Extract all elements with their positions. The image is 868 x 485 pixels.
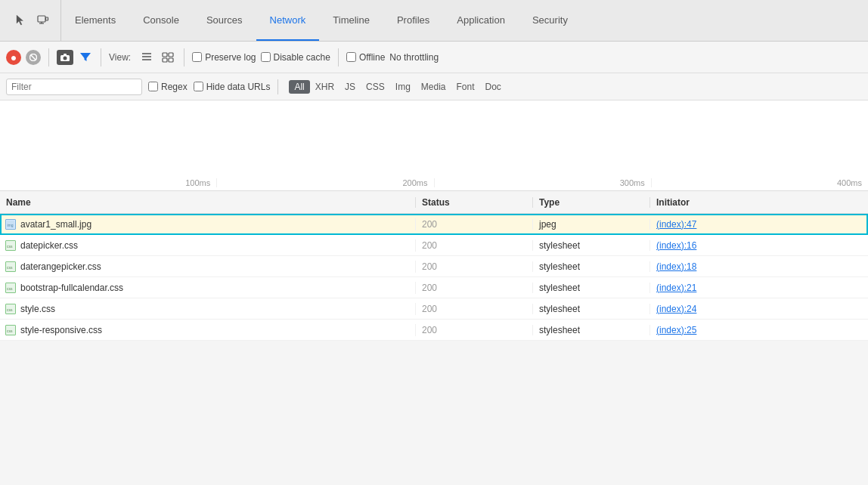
filter-button[interactable]: [78, 50, 93, 65]
row-type-2: stylesheet: [533, 261, 650, 272]
svg-rect-1: [46, 17, 48, 20]
row-name-0: img avatar1_small.jpg: [0, 218, 416, 230]
regex-checkbox[interactable]: Regex: [148, 82, 188, 92]
network-table: Name Status Type Initiator img avatar1_s…: [0, 191, 868, 341]
file-icon-css-3: css: [5, 282, 17, 294]
row-type-0: jpeg: [533, 219, 650, 230]
svg-rect-12: [163, 53, 167, 57]
filter-type-img[interactable]: Img: [390, 80, 416, 94]
ruler-marker-100: 100ms: [0, 178, 216, 187]
tab-security[interactable]: Security: [519, 0, 581, 41]
filter-bar: Regex Hide data URLs All XHR JS CSS Img …: [0, 73, 868, 100]
file-icon-jpg: img: [5, 218, 17, 230]
preserve-log-checkbox[interactable]: Preserve log: [192, 52, 256, 63]
row-initiator-3[interactable]: (index):21: [650, 283, 868, 293]
table-row[interactable]: css daterangepicker.css 200 stylesheet (…: [0, 256, 868, 277]
row-status-5: 200: [416, 325, 533, 335]
file-icon-css-4: css: [5, 303, 17, 315]
network-toolbar: ● View: Preserve log Disable cache: [0, 42, 868, 73]
camera-button[interactable]: [57, 50, 73, 65]
tab-profiles[interactable]: Profiles: [383, 0, 443, 41]
file-icon-css-1: css: [5, 239, 17, 252]
tab-icon-group: [3, 0, 61, 41]
filter-type-xhr[interactable]: XHR: [310, 80, 339, 94]
toolbar-divider-2: [101, 48, 101, 66]
row-status-1: 200: [416, 240, 533, 251]
filter-type-all[interactable]: All: [289, 80, 309, 94]
svg-text:css: css: [7, 286, 13, 291]
tab-network[interactable]: Network: [256, 0, 320, 41]
row-initiator-4[interactable]: (index):24: [650, 304, 868, 314]
row-initiator-5[interactable]: (index):25: [650, 325, 868, 335]
table-row[interactable]: css style-responsive.css 200 stylesheet …: [0, 320, 868, 341]
toolbar-divider-1: [48, 48, 49, 66]
toolbar-divider-3: [184, 48, 184, 66]
row-name-2: css daterangepicker.css: [0, 261, 416, 273]
svg-text:css: css: [7, 244, 13, 249]
row-status-2: 200: [416, 261, 533, 272]
table-row[interactable]: css datepicker.css 200 stylesheet (index…: [0, 235, 868, 256]
row-initiator-1[interactable]: (index):16: [650, 240, 868, 251]
filter-type-css[interactable]: CSS: [361, 80, 390, 94]
ruler-label-group: 100ms 200ms 300ms 400ms: [0, 178, 868, 190]
tab-elements[interactable]: Elements: [61, 0, 129, 41]
filter-input[interactable]: [6, 79, 142, 95]
filter-type-doc[interactable]: Doc: [480, 80, 507, 94]
filter-type-media[interactable]: Media: [416, 80, 451, 94]
row-name-4: css style.css: [0, 303, 416, 315]
svg-rect-8: [64, 54, 67, 56]
svg-point-7: [64, 56, 67, 60]
no-throttling-label: No throttling: [389, 52, 439, 63]
filter-type-buttons: All XHR JS CSS Img Media Font Doc: [289, 80, 506, 94]
tab-sources[interactable]: Sources: [193, 0, 256, 41]
svg-text:img: img: [8, 223, 14, 227]
table-header: Name Status Type Initiator: [0, 191, 868, 214]
grid-view-button[interactable]: [160, 49, 176, 66]
row-type-1: stylesheet: [533, 240, 650, 251]
file-icon-css-2: css: [5, 261, 17, 273]
svg-rect-15: [169, 58, 173, 62]
table-row[interactable]: img avatar1_small.jpg 200 jpeg (index):4…: [0, 214, 868, 235]
svg-text:css: css: [7, 307, 13, 312]
tab-list: Elements Console Sources Network Timelin…: [61, 0, 581, 41]
device-icon[interactable]: [35, 12, 51, 29]
row-status-0: 200: [416, 219, 533, 230]
row-initiator-0[interactable]: (index):47: [650, 219, 868, 230]
tab-console[interactable]: Console: [129, 0, 193, 41]
svg-rect-0: [38, 16, 45, 22]
filter-type-js[interactable]: JS: [339, 80, 361, 94]
ruler-marker-200: 200ms: [216, 178, 433, 187]
toolbar-divider-4: [338, 48, 339, 66]
table-row[interactable]: css bootstrap-fullcalendar.css 200 style…: [0, 277, 868, 298]
row-status-4: 200: [416, 304, 533, 314]
timeline-ruler: 100ms 200ms 300ms 400ms: [0, 100, 868, 191]
row-type-3: stylesheet: [533, 283, 650, 293]
hide-data-urls-checkbox[interactable]: Hide data URLs: [194, 82, 271, 92]
ruler-marker-300: 300ms: [434, 178, 651, 187]
list-view-button[interactable]: [138, 49, 155, 66]
record-button[interactable]: ●: [6, 50, 21, 65]
view-label: View:: [109, 52, 131, 63]
col-header-initiator[interactable]: Initiator: [650, 197, 868, 208]
stop-button[interactable]: [26, 50, 41, 65]
tab-timeline[interactable]: Timeline: [319, 0, 383, 41]
cursor-icon[interactable]: [12, 12, 29, 29]
col-header-type[interactable]: Type: [533, 197, 650, 208]
svg-text:css: css: [7, 329, 13, 333]
tab-application[interactable]: Application: [443, 0, 519, 41]
offline-checkbox[interactable]: Offline: [346, 52, 385, 63]
filter-separator: [277, 79, 278, 94]
row-name-1: css datepicker.css: [0, 239, 416, 252]
filter-type-font[interactable]: Font: [451, 80, 480, 94]
row-type-5: stylesheet: [533, 325, 650, 335]
col-header-status[interactable]: Status: [416, 197, 533, 208]
disable-cache-checkbox[interactable]: Disable cache: [261, 52, 330, 63]
row-status-3: 200: [416, 283, 533, 293]
table-row[interactable]: css style.css 200 stylesheet (index):24: [0, 298, 868, 320]
file-icon-css-5: css: [5, 324, 17, 336]
col-header-name[interactable]: Name: [0, 197, 416, 208]
row-name-3: css bootstrap-fullcalendar.css: [0, 282, 416, 294]
svg-rect-14: [163, 58, 167, 62]
svg-rect-13: [169, 53, 173, 57]
row-initiator-2[interactable]: (index):18: [650, 261, 868, 272]
